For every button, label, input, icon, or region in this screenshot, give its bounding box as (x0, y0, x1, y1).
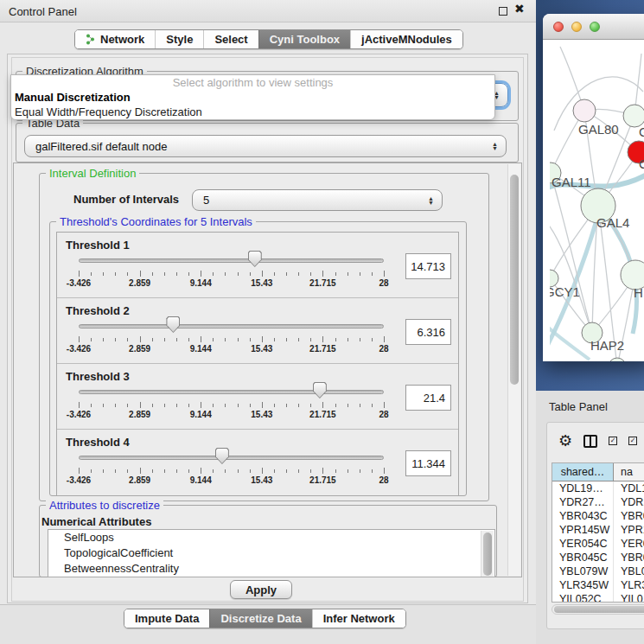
scrollbar-thumb[interactable] (554, 606, 644, 613)
threshold-value-field[interactable]: 11.344 (405, 450, 451, 476)
major-tick (322, 336, 323, 342)
table-row[interactable]: YER054CYER0 (552, 537, 644, 551)
table-row[interactable]: YIL052CYIL0 (552, 592, 644, 603)
tab-infer-network[interactable]: Infer Network (312, 609, 405, 628)
minor-tick (103, 272, 104, 276)
slider-thumb[interactable] (248, 251, 262, 267)
minor-tick (127, 404, 128, 407)
threshold-value-field[interactable]: 21.4 (405, 385, 451, 411)
major-tick (322, 402, 323, 408)
close-icon[interactable]: ✖ (514, 2, 525, 16)
column-header-shared-name[interactable]: shared… (552, 463, 614, 481)
minor-tick (213, 338, 214, 341)
network-node-label: GAL4 (596, 215, 629, 230)
major-tick (262, 336, 263, 342)
network-node-label: G (639, 124, 644, 139)
cell-shared-name: YER054C (552, 537, 614, 551)
minor-tick (225, 404, 226, 407)
minor-tick (213, 469, 214, 473)
popup-option-manual[interactable]: Manual Discretization (11, 90, 494, 105)
minor-tick (348, 272, 348, 276)
column-header-name[interactable]: na (614, 463, 644, 481)
minor-tick (238, 404, 239, 407)
table-row[interactable]: YBL079WYBL0 (552, 564, 644, 578)
tab-select[interactable]: Select (203, 30, 258, 48)
network-node[interactable] (609, 358, 626, 361)
slider-track[interactable] (79, 324, 384, 328)
minimize-traffic-light-icon[interactable] (571, 22, 582, 32)
minor-tick (348, 338, 348, 341)
apply-button[interactable]: Apply (230, 580, 292, 599)
table-row[interactable]: YLR345WYLR3 (552, 578, 644, 592)
tab-jactivemnodules[interactable]: jActiveMNodules (350, 30, 462, 48)
table-data-dropdown[interactable]: galFiltered.sif default node ▲▼ (24, 135, 507, 157)
attribute-list-item[interactable]: BetweennessCentrality (48, 561, 494, 577)
popup-placeholder-item[interactable]: Select algorithm to view settings (11, 75, 494, 90)
tab-cyni-toolbox[interactable]: Cyni Toolbox (258, 30, 350, 48)
tick-label: 21.715 (309, 344, 336, 354)
slider-thumb[interactable] (215, 448, 229, 464)
checkbox-icon[interactable]: ✓ (628, 437, 637, 445)
tick-label: 2.859 (129, 410, 150, 419)
tick-label: 9.144 (190, 475, 212, 485)
number-of-intervals-dropdown[interactable]: 5 ▲▼ (192, 189, 443, 211)
cell-name: YBL0 (614, 564, 644, 578)
minor-tick (274, 404, 275, 407)
table-row[interactable]: YDL19…YDL1 (552, 481, 644, 495)
table-row[interactable]: YDR27…YDR2 (552, 495, 644, 509)
numerical-attributes-list: SelfLoopsTopologicalCoefficientBetweenne… (48, 529, 495, 577)
close-traffic-light-icon[interactable] (553, 22, 564, 32)
slider-thumb[interactable] (166, 316, 180, 333)
slider-track[interactable] (79, 456, 384, 460)
tab-discretize-data[interactable]: Discretize Data (209, 609, 311, 628)
minor-tick (310, 338, 311, 341)
cell-shared-name: YPR145W (552, 523, 614, 537)
minor-tick (152, 272, 153, 276)
tab-network[interactable]: Network (75, 30, 155, 48)
algorithm-popup-list: Select algorithm to view settings Manual… (10, 74, 495, 120)
gear-icon[interactable]: ⚙ (558, 433, 572, 449)
zoom-traffic-light-icon[interactable] (590, 22, 600, 32)
minor-tick (115, 404, 116, 407)
columns-icon[interactable] (583, 435, 597, 448)
major-tick (79, 271, 80, 277)
settings-vertical-scrollbar[interactable] (507, 164, 520, 576)
major-tick (384, 336, 385, 342)
tab-impute-data[interactable]: Impute Data (124, 609, 209, 628)
slider-track[interactable] (79, 258, 384, 263)
table-row[interactable]: YBR045CYBR0 (552, 551, 644, 564)
attribute-list-item[interactable]: TopologicalCoefficient (48, 545, 494, 561)
network-view-window: GAL80GCGAL11GAL4GCY1HHAP2 (543, 14, 644, 361)
slider-track[interactable] (79, 390, 384, 394)
tab-label: Select (214, 33, 247, 46)
float-window-icon[interactable] (499, 7, 507, 16)
cell-shared-name: YDL19… (552, 481, 614, 495)
cell-name: YIL0 (614, 592, 644, 603)
tab-style[interactable]: Style (155, 30, 203, 48)
thresholds-container: Threshold 1-3.4262.8599.14415.4321.71528… (56, 232, 459, 496)
attribute-list-item[interactable]: SelfLoops (48, 530, 494, 545)
table-horizontal-scrollbar[interactable] (552, 604, 644, 615)
popup-option-equal-width[interactable]: Equal Width/Frequency Discretization (11, 105, 494, 119)
threshold-value-field[interactable]: 6.316 (405, 319, 451, 345)
network-node-label: HAP2 (590, 338, 624, 353)
checkbox-icon[interactable]: ✓ (609, 437, 617, 445)
slider-thumb[interactable] (313, 382, 327, 399)
tick-label: 15.43 (251, 475, 272, 485)
threshold-row: Threshold 3-3.4262.8599.14415.4321.71528… (57, 364, 458, 430)
scrollbar-thumb[interactable] (510, 175, 519, 385)
minor-tick (176, 272, 177, 276)
table-row[interactable]: YBR043CYBR0 (552, 509, 644, 523)
minor-tick (360, 469, 360, 473)
threshold-value-field[interactable]: 14.713 (405, 253, 451, 279)
network-node[interactable] (573, 99, 596, 122)
network-window-titlebar[interactable] (543, 14, 644, 40)
tick-label: -3.426 (67, 475, 91, 485)
table-row[interactable]: YPR145WYPR1 (552, 523, 644, 537)
network-canvas[interactable]: GAL80GCGAL11GAL4GCY1HHAP2 (550, 40, 644, 361)
attributes-scrollbar[interactable] (481, 531, 494, 577)
minor-tick (164, 272, 165, 276)
cell-name: YBR0 (614, 551, 644, 564)
scrollbar-thumb[interactable] (483, 532, 492, 576)
major-tick (262, 468, 263, 474)
